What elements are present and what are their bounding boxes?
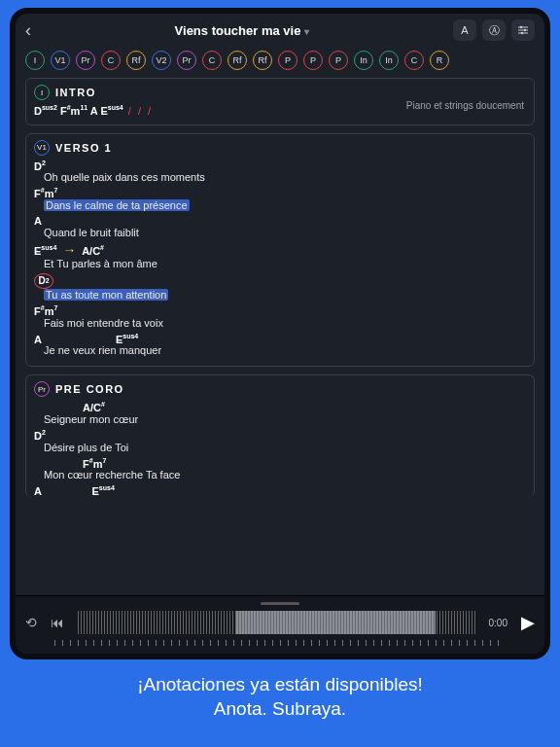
section-title: INTRO <box>55 87 96 98</box>
section-badge: V1 <box>34 140 50 156</box>
lyric: Dans le calme de ta présence <box>34 199 526 211</box>
section-badge: I <box>34 85 50 100</box>
section-title: PRE CORO <box>55 383 124 395</box>
lyric: Seigneur mon cœur <box>34 413 526 425</box>
chord: A Esus4 <box>34 484 526 497</box>
settings-icon[interactable] <box>511 19 535 41</box>
tick-marks <box>54 640 506 646</box>
annotate-button[interactable]: Ⓐ <box>482 19 506 41</box>
lyric: Oh quelle paix dans ces moments <box>34 171 526 183</box>
chip-rf[interactable]: Rf <box>126 51 146 70</box>
prev-icon[interactable]: ⏮ <box>51 615 64 630</box>
chip-in[interactable]: In <box>354 51 373 70</box>
chip-p[interactable]: P <box>329 51 348 70</box>
play-icon[interactable]: ▶ <box>521 612 535 633</box>
chord: F#m7 <box>34 457 526 470</box>
section-intro: I INTRO Piano et strings doucement Dsus2… <box>25 78 535 125</box>
chip-pr[interactable]: Pr <box>76 51 95 70</box>
arrow-icon: → <box>62 242 76 258</box>
chip-v1[interactable]: V1 <box>51 51 70 70</box>
loop-icon[interactable]: ⟲ <box>25 615 37 630</box>
chord: A Esus4 <box>34 333 526 345</box>
chord: D2 <box>34 160 526 172</box>
svg-point-2 <box>521 32 523 34</box>
lyric: Mon cœur recherche Ta face <box>34 469 526 480</box>
lyric: Fais moi entendre ta voix <box>34 317 526 329</box>
chip-i[interactable]: I <box>25 51 45 70</box>
chip-pr[interactable]: Pr <box>177 51 196 70</box>
song-title[interactable]: Viens toucher ma vie▾ <box>37 23 447 38</box>
section-note: Piano et strings doucement <box>406 100 524 111</box>
chip-c[interactable]: C <box>202 51 222 70</box>
lyric: Et Tu parles à mon âme <box>34 258 526 269</box>
waveform[interactable] <box>78 611 475 634</box>
section-title: VERSO 1 <box>55 142 112 154</box>
font-button[interactable]: A <box>453 19 476 41</box>
chip-rf[interactable]: Rf <box>228 51 247 70</box>
back-icon[interactable]: ‹ <box>25 20 31 41</box>
chip-r[interactable]: R <box>430 51 449 70</box>
chord: D2 <box>34 429 526 442</box>
chip-c[interactable]: C <box>101 51 121 70</box>
time-label: 0:00 <box>489 618 508 628</box>
drag-handle[interactable] <box>261 602 299 605</box>
lyric: Je ne veux rien manquer <box>34 344 526 356</box>
chevron-down-icon: ▾ <box>304 26 309 37</box>
chord: F#m7 <box>34 304 526 317</box>
chip-rf[interactable]: Rf <box>253 51 272 70</box>
chord: Esus4 → A/C# <box>34 242 526 258</box>
lyric: Tu as toute mon attention <box>34 289 526 301</box>
promo-text: ¡Anotaciones ya están disponibles! Anota… <box>0 673 560 721</box>
lyric: Désire plus de Toi <box>34 442 526 453</box>
chord: A/C# <box>34 401 526 413</box>
section-chips: IV1PrCRfV2PrCRfRfPPPInInCR <box>16 45 544 78</box>
chip-p[interactable]: P <box>303 51 323 70</box>
chip-p[interactable]: P <box>278 51 298 70</box>
lyric: Quand le bruit faiblit <box>34 227 526 238</box>
player-bar: ⟲ ⏮ 0:00 ▶ <box>16 595 544 654</box>
chord: F#m7 <box>34 187 526 199</box>
section-verso1: V1 VERSO 1 D2Oh quelle paix dans ces mom… <box>25 133 535 368</box>
chord: A <box>34 215 526 227</box>
svg-point-1 <box>524 29 526 31</box>
section-precoro: Pr PRE CORO A/C#Seigneur mon cœurD2Désir… <box>25 374 535 497</box>
chip-c[interactable]: C <box>404 51 424 70</box>
svg-point-0 <box>520 26 522 28</box>
section-badge: Pr <box>34 381 50 397</box>
chord: D2 <box>34 273 526 289</box>
chip-v2[interactable]: V2 <box>152 51 171 70</box>
chip-in[interactable]: In <box>379 51 399 70</box>
